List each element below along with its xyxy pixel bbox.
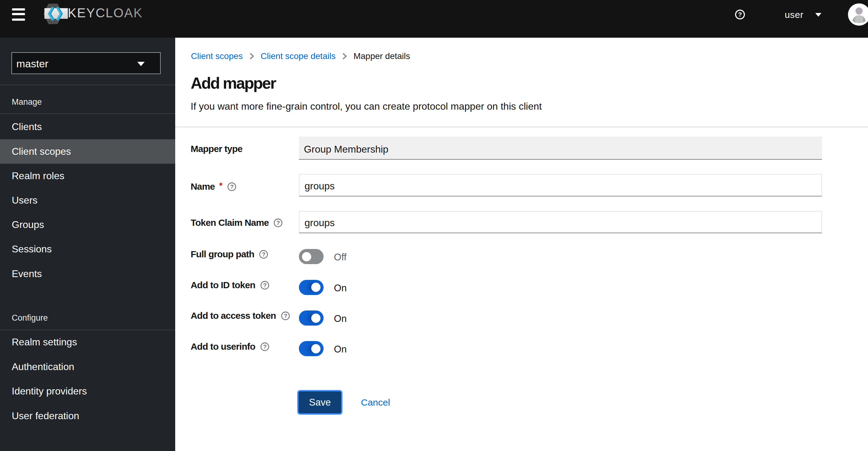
svg-text:?: ? [738,11,742,18]
svg-text:?: ? [230,184,234,190]
svg-text:?: ? [262,251,265,258]
svg-text:?: ? [263,343,267,350]
svg-text:?: ? [284,313,287,319]
svg-text:KEYCLOAK: KEYCLOAK [68,5,143,20]
svg-text:?: ? [263,282,267,288]
svg-text:?: ? [277,220,280,226]
